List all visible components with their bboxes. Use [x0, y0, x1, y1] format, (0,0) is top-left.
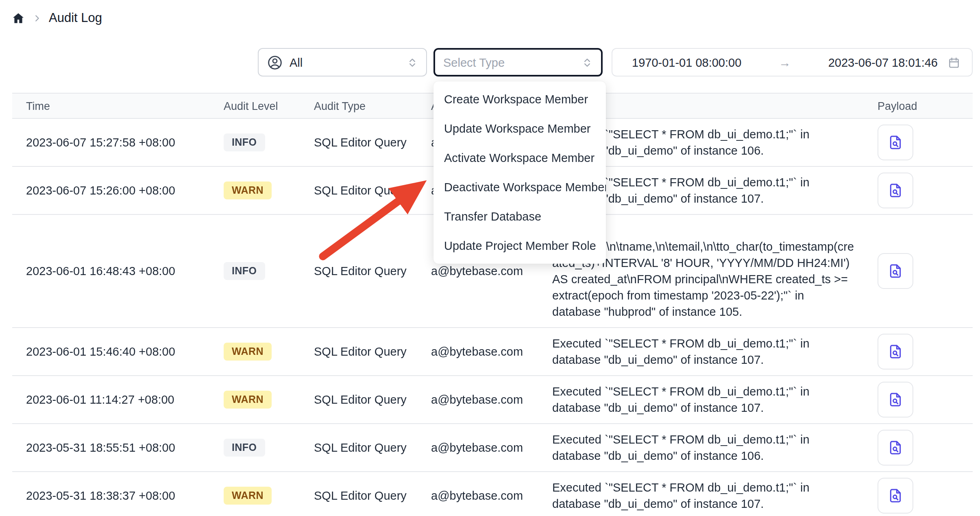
audit-type-dropdown-menu: Create Workspace Member Update Workspace… — [433, 81, 606, 264]
cell-audit-type: SQL Editor Query — [314, 345, 431, 358]
cell-audit-level: WARN — [224, 181, 314, 199]
file-search-icon — [887, 343, 904, 360]
payload-view-button[interactable] — [878, 478, 913, 514]
cell-payload — [855, 382, 973, 418]
payload-view-button[interactable] — [878, 382, 913, 418]
cell-audit-level: INFO — [224, 262, 314, 280]
calendar-icon — [947, 56, 960, 69]
cell-payload — [855, 253, 973, 289]
table-row: 2023-06-01 15:46:40 +08:00 WARN SQL Edit… — [12, 328, 973, 376]
cell-audit-type: SQL Editor Query — [314, 393, 431, 406]
header-payload: Payload — [855, 100, 973, 112]
cell-actor: a@bytebase.com — [431, 393, 552, 406]
header-audit-type: Audit Type — [314, 100, 431, 112]
cell-audit-level: INFO — [224, 133, 314, 151]
cell-audit-level: INFO — [224, 439, 314, 457]
cell-actor: a@bytebase.com — [431, 489, 552, 502]
cell-audit-type: SQL Editor Query — [314, 136, 431, 149]
menu-item-activate-workspace-member[interactable]: Activate Workspace Member — [433, 143, 606, 173]
audit-level-badge: INFO — [224, 439, 265, 457]
payload-view-button[interactable] — [878, 253, 913, 289]
table-row: 2023-06-01 11:14:27 +08:00 WARN SQL Edit… — [12, 376, 973, 424]
cell-time: 2023-06-07 15:26:00 +08:00 — [12, 184, 224, 197]
up-down-chevron-icon — [407, 57, 418, 68]
audit-level-badge: WARN — [224, 391, 272, 409]
audit-level-badge: INFO — [224, 133, 265, 151]
cell-comment: Executed `"SELECT * FROM db_ui_demo.t1;"… — [552, 328, 855, 375]
cell-audit-type: SQL Editor Query — [314, 184, 431, 197]
audit-level-badge: WARN — [224, 487, 272, 505]
cell-comment: Executed `"SELECT * FROM db_ui_demo.t1;"… — [552, 424, 855, 471]
cell-payload — [855, 430, 973, 466]
cell-audit-type: SQL Editor Query — [314, 265, 431, 278]
file-search-icon — [887, 182, 904, 199]
menu-item-deactivate-workspace-member[interactable]: Deactivate Workspace Member — [433, 173, 606, 202]
audit-level-badge: WARN — [224, 181, 272, 199]
cell-actor: a@bytebase.com — [431, 441, 552, 454]
cell-time: 2023-05-31 18:55:51 +08:00 — [12, 441, 224, 454]
table-row: 2023-05-31 18:55:51 +08:00 INFO SQL Edit… — [12, 424, 973, 472]
date-range-start[interactable]: 1970-01-01 08:00:00 — [632, 56, 741, 69]
audit-level-badge: INFO — [224, 262, 265, 280]
header-time: Time — [12, 100, 224, 112]
audit-log-page: Audit Log All Select Type 1970-01-01 08:… — [0, 0, 980, 516]
file-search-icon — [887, 439, 904, 456]
cell-time: 2023-06-01 11:14:27 +08:00 — [12, 393, 224, 406]
table-row: 2023-05-31 18:38:37 +08:00 WARN SQL Edit… — [12, 472, 973, 516]
chevron-right-icon — [33, 13, 41, 22]
up-down-chevron-icon — [581, 57, 593, 68]
actor-scope-select[interactable]: All — [258, 48, 427, 77]
file-search-icon — [887, 488, 904, 504]
menu-item-transfer-database[interactable]: Transfer Database — [433, 202, 606, 231]
payload-view-button[interactable] — [878, 125, 913, 160]
audit-level-badge: WARN — [224, 343, 272, 361]
menu-item-create-workspace-member[interactable]: Create Workspace Member — [433, 85, 606, 114]
cell-time: 2023-06-01 16:48:43 +08:00 — [12, 265, 224, 278]
page-title: Audit Log — [49, 11, 102, 25]
cell-time: 2023-06-01 15:46:40 +08:00 — [12, 345, 224, 358]
menu-item-update-project-member[interactable]: Update Project Member Role — [433, 231, 606, 260]
cell-payload — [855, 125, 973, 160]
cell-actor: a@bytebase.com — [431, 265, 552, 278]
payload-view-button[interactable] — [878, 334, 913, 370]
scope-select-value: All — [290, 56, 303, 69]
date-range-end[interactable]: 2023-06-07 18:01:46 — [828, 56, 938, 69]
file-search-icon — [887, 134, 904, 151]
payload-view-button[interactable] — [878, 430, 913, 466]
user-circle-icon — [267, 54, 283, 70]
cell-audit-level: WARN — [224, 487, 314, 505]
date-range-picker[interactable]: 1970-01-01 08:00:00 → 2023-06-07 18:01:4… — [612, 48, 973, 77]
breadcrumb: Audit Log — [11, 10, 102, 26]
cell-comment: Executed `"SELECT * FROM db_ui_demo.t1;"… — [552, 376, 855, 423]
cell-audit-level: WARN — [224, 391, 314, 409]
menu-item-update-workspace-member[interactable]: Update Workspace Member — [433, 114, 606, 143]
file-search-icon — [887, 391, 904, 408]
cell-time: 2023-05-31 18:38:37 +08:00 — [12, 489, 224, 502]
cell-comment: Executed `"SELECT * FROM db_ui_demo.t1;"… — [552, 472, 855, 516]
payload-view-button[interactable] — [878, 173, 913, 208]
header-audit-level: Audit Level — [224, 100, 314, 112]
cell-actor: a@bytebase.com — [431, 345, 552, 358]
cell-audit-type: SQL Editor Query — [314, 441, 431, 454]
arrow-right-icon: → — [741, 55, 828, 69]
audit-type-select[interactable]: Select Type — [433, 48, 603, 77]
cell-payload — [855, 173, 973, 208]
cell-payload — [855, 334, 973, 370]
cell-audit-type: SQL Editor Query — [314, 489, 431, 502]
cell-time: 2023-06-07 15:27:58 +08:00 — [12, 136, 224, 149]
cell-payload — [855, 478, 973, 514]
cell-audit-level: WARN — [224, 343, 314, 361]
home-icon[interactable] — [11, 11, 25, 25]
type-select-placeholder: Select Type — [443, 56, 505, 69]
file-search-icon — [887, 263, 904, 279]
